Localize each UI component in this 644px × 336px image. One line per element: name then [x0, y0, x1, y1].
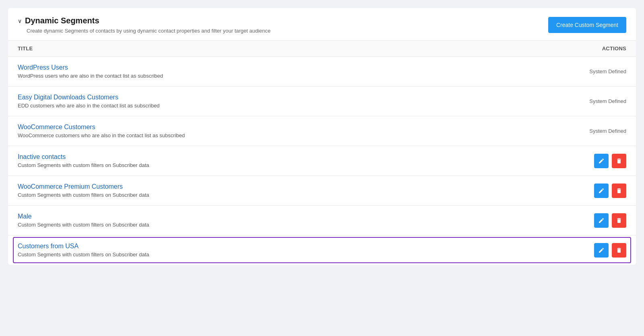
segment-name-inactive-contacts[interactable]: Inactive contacts [18, 153, 149, 161]
segment-info-inactive-contacts: Inactive contactsCustom Segments with cu… [18, 153, 149, 168]
create-custom-segment-button[interactable]: Create Custom Segment [548, 17, 626, 33]
segment-info-wordpress-users: WordPress UsersWordPress users who are a… [18, 64, 163, 79]
actions-cell-edd-customers: System Defined [562, 98, 626, 104]
page-subtitle: Create dynamic Segments of contacts by u… [27, 28, 270, 34]
segment-row-male: MaleCustom Segments with custom filters … [8, 206, 636, 235]
segment-info-edd-customers: Easy Digital Downloads CustomersEDD cust… [18, 94, 160, 109]
actions-cell-woocommerce-customers: System Defined [562, 128, 626, 134]
segment-info-woocommerce-customers: WooCommerce CustomersWooCommerce custome… [18, 124, 185, 138]
segment-row-inactive-contacts: Inactive contactsCustom Segments with cu… [8, 146, 636, 176]
segment-description-woocommerce-customers: WooCommerce customers who are also in th… [18, 132, 185, 138]
segments-list: WordPress UsersWordPress users who are a… [8, 57, 636, 263]
segment-description-male: Custom Segments with custom filters on S… [18, 222, 149, 228]
actions-cell-male [562, 213, 626, 228]
system-defined-label-wordpress-users: System Defined [589, 68, 626, 74]
segment-info-male: MaleCustom Segments with custom filters … [18, 213, 149, 228]
header-title-row: ∨ Dynamic Segments [18, 16, 270, 25]
actions-cell-customers-from-usa [562, 243, 626, 258]
segment-row-edd-customers: Easy Digital Downloads CustomersEDD cust… [8, 87, 636, 116]
segment-name-customers-from-usa[interactable]: Customers from USA [18, 243, 149, 250]
page-container: ∨ Dynamic Segments Create dynamic Segmen… [0, 0, 644, 336]
segment-description-customers-from-usa: Custom Segments with custom filters on S… [18, 251, 149, 258]
segment-name-wordpress-users[interactable]: WordPress Users [18, 64, 163, 71]
delete-button-woocommerce-premium-customers[interactable] [612, 183, 626, 198]
system-defined-label-woocommerce-customers: System Defined [589, 128, 626, 134]
header-section: ∨ Dynamic Segments Create dynamic Segmen… [8, 8, 636, 41]
column-title-header: Title [18, 45, 33, 52]
actions-cell-inactive-contacts [562, 154, 626, 168]
main-card: ∨ Dynamic Segments Create dynamic Segmen… [8, 8, 636, 265]
edit-button-customers-from-usa[interactable] [594, 243, 609, 258]
actions-cell-wordpress-users: System Defined [562, 68, 626, 74]
segment-description-edd-customers: EDD customers who are also in the contac… [18, 103, 160, 109]
segment-description-woocommerce-premium-customers: Custom Segments with custom filters on S… [18, 192, 149, 198]
segment-row-woocommerce-customers: WooCommerce CustomersWooCommerce custome… [8, 116, 636, 146]
segment-description-wordpress-users: WordPress users who are also in the cont… [18, 73, 163, 79]
segment-row-customers-from-usa: Customers from USACustom Segments with c… [13, 237, 631, 263]
segment-info-woocommerce-premium-customers: WooCommerce Premium CustomersCustom Segm… [18, 183, 149, 198]
delete-button-male[interactable] [612, 213, 626, 228]
header-left: ∨ Dynamic Segments Create dynamic Segmen… [18, 16, 270, 34]
segment-description-inactive-contacts: Custom Segments with custom filters on S… [18, 162, 149, 168]
page-title: Dynamic Segments [25, 16, 99, 25]
delete-button-customers-from-usa[interactable] [612, 243, 626, 258]
delete-button-inactive-contacts[interactable] [612, 154, 626, 168]
edit-button-woocommerce-premium-customers[interactable] [594, 183, 609, 198]
edit-button-inactive-contacts[interactable] [594, 154, 609, 168]
segment-name-male[interactable]: Male [18, 213, 149, 220]
chevron-icon: ∨ [18, 18, 22, 24]
actions-cell-woocommerce-premium-customers [562, 183, 626, 198]
system-defined-label-edd-customers: System Defined [589, 98, 626, 104]
edit-button-male[interactable] [594, 213, 609, 228]
segment-row-woocommerce-premium-customers: WooCommerce Premium CustomersCustom Segm… [8, 176, 636, 206]
column-actions-header: Actions [602, 45, 626, 52]
segment-info-customers-from-usa: Customers from USACustom Segments with c… [18, 243, 149, 258]
segment-row-wordpress-users: WordPress UsersWordPress users who are a… [8, 57, 636, 87]
segment-name-edd-customers[interactable]: Easy Digital Downloads Customers [18, 94, 160, 101]
segment-name-woocommerce-customers[interactable]: WooCommerce Customers [18, 124, 185, 131]
table-header: Title Actions [8, 41, 636, 57]
segment-name-woocommerce-premium-customers[interactable]: WooCommerce Premium Customers [18, 183, 149, 190]
